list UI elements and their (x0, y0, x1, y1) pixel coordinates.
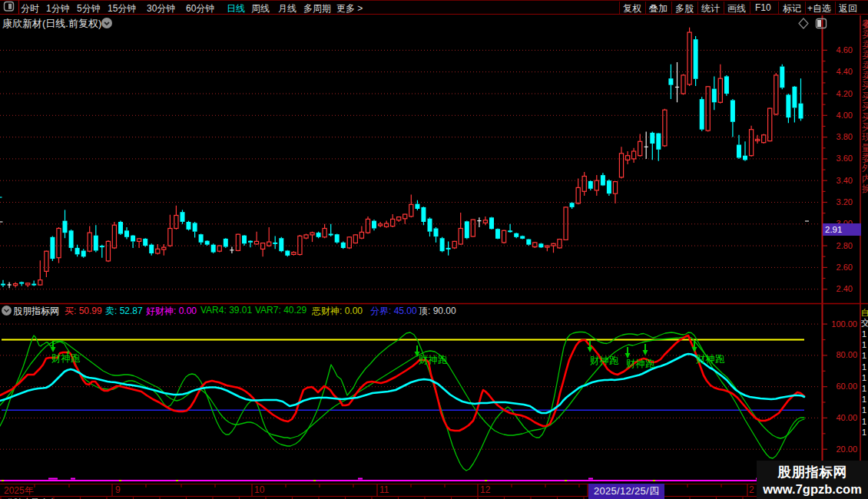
svg-text:财神跑: 财神跑 (696, 354, 725, 365)
svg-text:财神跑: 财神跑 (626, 359, 655, 369)
svg-text:财神跑: 财神跑 (51, 353, 81, 364)
svg-text:财神跑: 财神跑 (590, 355, 619, 366)
svg-text:财神跑: 财神跑 (419, 355, 448, 365)
